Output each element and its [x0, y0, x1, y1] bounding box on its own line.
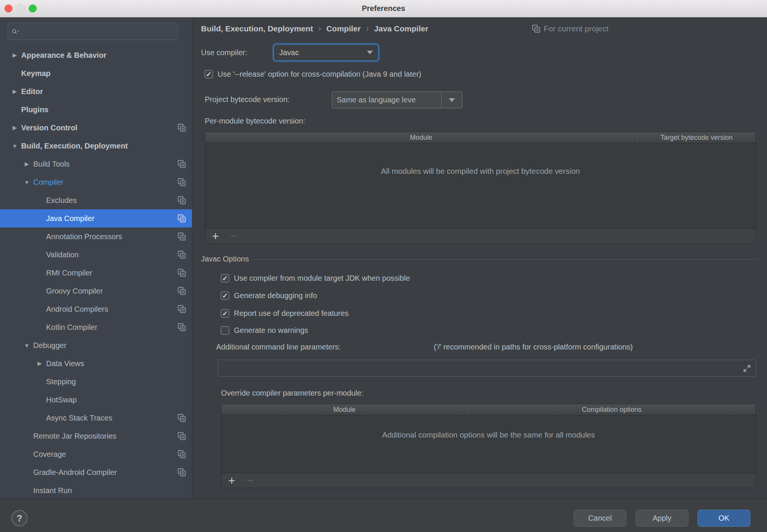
sidebar-item-build-execution-deployment[interactable]: ▼Build, Execution, Deployment — [0, 137, 192, 155]
sidebar-item-stepping[interactable]: Stepping — [0, 373, 192, 391]
sidebar-item-label: Android Compilers — [46, 305, 108, 314]
shared-settings-icon — [178, 232, 186, 241]
per-module-table[interactable]: Module Target bytecode version All modul… — [205, 132, 756, 244]
sidebar-item-label: Data Views — [46, 359, 84, 368]
column-header-module[interactable]: Module — [205, 132, 637, 143]
sidebar-item-data-views[interactable]: ▶Data Views — [0, 354, 192, 373]
generate-debugging-info-checkbox[interactable] — [221, 291, 229, 300]
minimize-button[interactable] — [17, 5, 25, 12]
shared-settings-icon — [178, 160, 186, 168]
breadcrumb: Build, Execution, Deployment › Compiler … — [201, 23, 428, 35]
sidebar-item-annotation-processors[interactable]: Annotation Processors — [0, 227, 192, 246]
checkbox-label: Use compiler from module target JDK when… — [234, 274, 410, 283]
sidebar-item-label: Plugins — [21, 105, 48, 114]
sidebar-item-groovy-compiler[interactable]: Groovy Compiler — [0, 282, 192, 300]
breadcrumb-separator: › — [366, 24, 369, 34]
shared-settings-icon — [178, 214, 186, 223]
sidebar-item-label: Remote Jar Repositories — [33, 432, 116, 441]
jdk-checkbox-row: Use compiler from module target JDK when… — [221, 274, 410, 283]
javac-options-section: Javac Options — [201, 255, 759, 263]
help-button[interactable]: ? — [11, 510, 28, 526]
sidebar-item-version-control[interactable]: ▶Version Control — [0, 119, 192, 137]
breadcrumb-part: Java Compiler — [374, 24, 428, 33]
project-bytecode-select[interactable]: Same as language leve — [332, 91, 462, 108]
chevron-down-icon: ▼ — [20, 342, 33, 349]
scope-label: For current project — [544, 24, 609, 33]
sidebar-item-label: Coverage — [33, 450, 66, 459]
sidebar-item-label: Stepping — [46, 377, 76, 386]
sidebar-item-editor[interactable]: ▶Editor — [0, 82, 192, 101]
report-deprecated-checkbox[interactable] — [221, 309, 229, 318]
sidebar-item-plugins[interactable]: Plugins — [0, 101, 192, 119]
shared-settings-icon — [178, 468, 186, 476]
override-table-header: Module Compilation options — [221, 404, 756, 415]
sidebar-item-hotswap[interactable]: HotSwap — [0, 391, 192, 409]
use-module-jdk-checkbox[interactable] — [221, 274, 229, 283]
expand-field-icon[interactable] — [742, 363, 752, 373]
column-header-module[interactable]: Module — [221, 404, 467, 415]
dropdown-arrow-button[interactable] — [441, 92, 462, 108]
sidebar-item-validation[interactable]: Validation — [0, 246, 192, 264]
override-table[interactable]: Module Compilation options Additional co… — [221, 404, 756, 488]
sidebar-item-debugger[interactable]: ▼Debugger — [0, 336, 192, 354]
zoom-button[interactable] — [29, 5, 37, 12]
sidebar-item-compiler[interactable]: ▼Compiler — [0, 173, 192, 191]
use-compiler-label: Use compiler: — [201, 48, 247, 57]
add-override-button[interactable]: + — [228, 475, 235, 487]
sidebar-item-label: Debugger — [33, 341, 66, 350]
no-warnings-checkbox-row: Generate no warnings — [221, 326, 308, 335]
cmdline-label: Additional command line parameters: — [216, 343, 341, 351]
sidebar-item-rmi-compiler[interactable]: RMI Compiler — [0, 264, 192, 282]
sidebar-item-instant-run[interactable]: Instant Run — [0, 481, 192, 498]
sidebar-item-appearance-behavior[interactable]: ▶Appearance & Behavior — [0, 46, 192, 64]
chevron-right-icon: ▶ — [8, 124, 21, 131]
javac-options-title: Javac Options — [201, 255, 249, 263]
sidebar-item-async-stack-traces[interactable]: Async Stack Traces — [0, 409, 192, 427]
sidebar-item-excludes[interactable]: Excludes — [0, 191, 192, 209]
sidebar-item-label: Groovy Compiler — [46, 287, 103, 295]
sidebar-item-label: Annotation Processors — [46, 232, 122, 241]
generate-no-warnings-checkbox[interactable] — [221, 326, 229, 335]
release-option-row: Use '--release' option for cross-compila… — [204, 70, 421, 79]
sidebar-item-label: Build Tools — [33, 160, 70, 169]
cmdline-field[interactable] — [218, 360, 756, 377]
sidebar-item-label: Kotlin Compiler — [46, 323, 97, 332]
sidebar-item-java-compiler[interactable]: Java Compiler — [0, 209, 192, 227]
breadcrumb-part[interactable]: Compiler — [326, 24, 361, 33]
footer-buttons: Cancel Apply OK — [574, 510, 750, 527]
close-button[interactable] — [5, 5, 12, 12]
sidebar-item-build-tools[interactable]: ▶Build Tools — [0, 155, 192, 173]
column-header-target-bytecode[interactable]: Target bytecode version — [637, 132, 756, 143]
ok-button[interactable]: OK — [697, 510, 750, 527]
column-header-compilation-options[interactable]: Compilation options — [467, 404, 756, 415]
settings-sidebar: ▶Appearance & Behavior Keymap ▶Editor Pl… — [0, 17, 192, 498]
remove-override-button[interactable]: − — [247, 475, 254, 487]
settings-panel: Build, Execution, Deployment › Compiler … — [193, 17, 767, 498]
search-input[interactable] — [26, 27, 173, 36]
sidebar-item-label: Instant Run — [33, 486, 72, 495]
shared-settings-icon — [178, 323, 186, 331]
release-option-checkbox[interactable] — [204, 70, 213, 79]
sidebar-item-remote-jar-repositories[interactable]: Remote Jar Repositories — [0, 427, 192, 445]
chevron-right-icon: ▶ — [33, 360, 46, 367]
section-divider — [254, 259, 759, 260]
cancel-button[interactable]: Cancel — [574, 510, 626, 527]
sidebar-item-label: Editor — [21, 87, 43, 96]
apply-button[interactable]: Apply — [636, 510, 688, 527]
window-titlebar: Preferences — [0, 0, 767, 17]
shared-settings-icon — [178, 414, 186, 422]
chevron-down-icon: ▼ — [8, 143, 21, 149]
remove-module-button[interactable]: − — [230, 230, 238, 242]
override-empty-text: Additional compilation options will be t… — [221, 415, 756, 439]
sidebar-item-android-compilers[interactable]: Android Compilers — [0, 300, 192, 318]
settings-search-box[interactable] — [8, 23, 178, 40]
use-compiler-select[interactable]: Javac — [273, 44, 379, 61]
sidebar-item-keymap[interactable]: Keymap — [0, 64, 192, 82]
breadcrumb-part[interactable]: Build, Execution, Deployment — [201, 24, 313, 33]
add-module-button[interactable]: + — [212, 230, 219, 242]
sidebar-item-coverage[interactable]: Coverage — [0, 445, 192, 463]
sidebar-item-kotlin-compiler[interactable]: Kotlin Compiler — [0, 318, 192, 336]
cmdline-input[interactable] — [222, 364, 742, 373]
cmdline-hint: ('/' recommended in paths for cross-plat… — [434, 343, 633, 351]
sidebar-item-gradle-android-compiler[interactable]: Gradle-Android Compiler — [0, 463, 192, 481]
